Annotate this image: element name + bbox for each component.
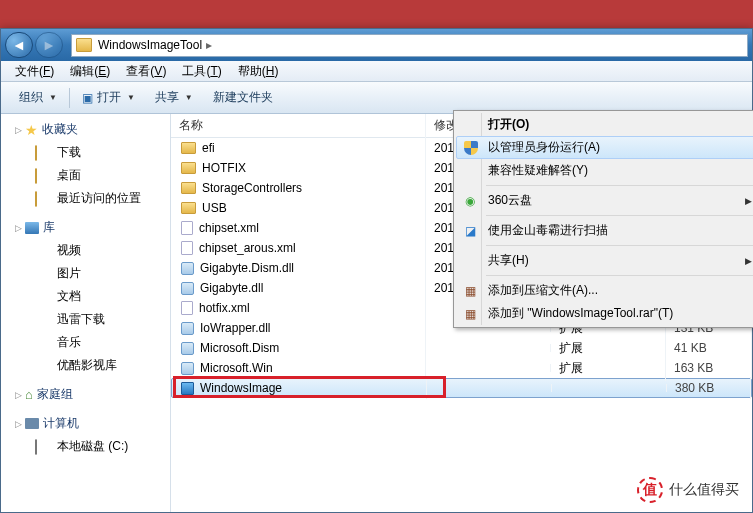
file-name: WindowsImage bbox=[200, 381, 282, 395]
file-type: 扩展 bbox=[551, 356, 666, 381]
sidebar-item[interactable]: 视频 bbox=[1, 239, 170, 262]
dll-icon bbox=[181, 342, 194, 355]
chevron-right-icon: ▶ bbox=[745, 256, 752, 266]
file-name: HOTFIX bbox=[202, 161, 246, 175]
nav-back-button[interactable]: ◄ bbox=[5, 32, 33, 58]
ctx-open[interactable]: 打开(O) bbox=[456, 113, 753, 136]
organize-button[interactable]: 组织▼ bbox=[9, 85, 67, 110]
file-date bbox=[426, 344, 551, 352]
watermark-logo: 值 bbox=[637, 477, 663, 503]
menu-h[interactable]: 帮助(H) bbox=[230, 61, 287, 82]
file-name: IoWrapper.dll bbox=[200, 321, 270, 335]
explorer-window: ◄ ► WindowsImageTool ▸ 文件(F)编辑(E)查看(V)工具… bbox=[0, 28, 753, 513]
file-row[interactable]: Microsoft.Win扩展163 KB bbox=[171, 358, 752, 378]
menu-v[interactable]: 查看(V) bbox=[118, 61, 174, 82]
xml-icon bbox=[181, 301, 193, 315]
folder-icon bbox=[76, 38, 92, 52]
sidebar-item[interactable]: 本地磁盘 (C:) bbox=[1, 435, 170, 458]
nav-forward-button[interactable]: ► bbox=[35, 32, 63, 58]
watermark: 值 什么值得买 bbox=[629, 473, 747, 507]
sidebar-item[interactable]: 迅雷下载 bbox=[1, 308, 170, 331]
file-name: Gigabyte.Dism.dll bbox=[200, 261, 294, 275]
column-name[interactable]: 名称 bbox=[171, 114, 426, 137]
open-button[interactable]: ▣打开▼ bbox=[72, 85, 145, 110]
file-list-pane: 名称 修改日期 类型 大小 efi2016/1/20 18:20文件夹HOTFI… bbox=[171, 114, 752, 512]
ctx-add-archive[interactable]: ▦ 添加到压缩文件(A)... bbox=[456, 279, 753, 302]
file-size: 163 KB bbox=[666, 357, 752, 379]
sidebar-item[interactable]: 桌面 bbox=[1, 164, 170, 187]
titlebar: ◄ ► WindowsImageTool ▸ bbox=[1, 29, 752, 61]
archive-icon: ▦ bbox=[462, 283, 478, 299]
menu-bar: 文件(F)编辑(E)查看(V)工具(T)帮助(H) bbox=[1, 61, 752, 82]
file-name: Microsoft.Dism bbox=[200, 341, 279, 355]
share-button[interactable]: 共享▼ bbox=[145, 85, 203, 110]
new-folder-button[interactable]: 新建文件夹 bbox=[203, 85, 283, 110]
file-name: chipset_arous.xml bbox=[199, 241, 296, 255]
sidebar-group[interactable]: ▷★收藏夹 bbox=[1, 118, 170, 141]
chevron-down-icon: ▼ bbox=[185, 93, 193, 102]
sidebar-item[interactable]: 优酷影视库 bbox=[1, 354, 170, 377]
dll-icon bbox=[181, 322, 194, 335]
sidebar-group[interactable]: ▷库 bbox=[1, 216, 170, 239]
chevron-down-icon: ▼ bbox=[127, 93, 135, 102]
file-name: hotfix.xml bbox=[199, 301, 250, 315]
menu-t[interactable]: 工具(T) bbox=[174, 61, 229, 82]
fold-icon bbox=[181, 162, 196, 174]
navigation-pane: ▷★收藏夹下载桌面最近访问的位置▷库视频图片文档迅雷下载音乐优酷影视库▷⌂家庭组… bbox=[1, 114, 171, 512]
ctx-add-rar[interactable]: ▦ 添加到 "WindowsImageTool.rar"(T) bbox=[456, 302, 753, 325]
file-name: StorageControllers bbox=[202, 181, 302, 195]
sidebar-item[interactable]: 音乐 bbox=[1, 331, 170, 354]
dll-icon bbox=[181, 262, 194, 275]
sidebar-item[interactable]: 最近访问的位置 bbox=[1, 187, 170, 210]
sidebar-item[interactable]: 下载 bbox=[1, 141, 170, 164]
cloud-icon: ◉ bbox=[462, 193, 478, 209]
context-menu: 打开(O) 以管理员身份运行(A) 兼容性疑难解答(Y) ◉ 360云盘 ▶ ◪… bbox=[453, 110, 753, 328]
ctx-troubleshoot[interactable]: 兼容性疑难解答(Y) bbox=[456, 159, 753, 182]
file-name: efi bbox=[202, 141, 215, 155]
ctx-share[interactable]: 共享(H) ▶ bbox=[456, 249, 753, 272]
shield-icon bbox=[463, 140, 479, 156]
ctx-run-as-admin[interactable]: 以管理员身份运行(A) bbox=[456, 136, 753, 159]
file-name: Microsoft.Win bbox=[200, 361, 273, 375]
file-name: Gigabyte.dll bbox=[200, 281, 263, 295]
address-bar[interactable]: WindowsImageTool ▸ bbox=[71, 34, 748, 57]
file-date bbox=[426, 364, 551, 372]
xml-icon bbox=[181, 241, 193, 255]
chevron-down-icon: ▼ bbox=[49, 93, 57, 102]
address-folder: WindowsImageTool bbox=[98, 38, 202, 52]
sidebar-group[interactable]: ▷计算机 bbox=[1, 412, 170, 435]
menu-f[interactable]: 文件(F) bbox=[7, 61, 62, 82]
chevron-right-icon: ▶ bbox=[745, 196, 752, 206]
dll-icon bbox=[181, 362, 194, 375]
ctx-jinshan-scan[interactable]: ◪ 使用金山毒霸进行扫描 bbox=[456, 219, 753, 242]
file-name: chipset.xml bbox=[199, 221, 259, 235]
scan-icon: ◪ bbox=[462, 223, 478, 239]
fold-icon bbox=[181, 142, 196, 154]
file-type bbox=[552, 384, 667, 392]
dll-icon bbox=[181, 282, 194, 295]
file-row[interactable]: WindowsImage380 KB bbox=[171, 378, 752, 398]
file-date bbox=[427, 384, 552, 392]
exe-icon bbox=[181, 382, 194, 395]
sidebar-item[interactable]: 文档 bbox=[1, 285, 170, 308]
fold-icon bbox=[181, 182, 196, 194]
file-name: USB bbox=[202, 201, 227, 215]
ctx-360-cloud[interactable]: ◉ 360云盘 ▶ bbox=[456, 189, 753, 212]
chevron-right-icon: ▸ bbox=[206, 38, 212, 52]
xml-icon bbox=[181, 221, 193, 235]
sidebar-group[interactable]: ▷⌂家庭组 bbox=[1, 383, 170, 406]
sidebar-item[interactable]: 图片 bbox=[1, 262, 170, 285]
fold-icon bbox=[181, 202, 196, 214]
file-size: 380 KB bbox=[667, 377, 751, 399]
archive-icon: ▦ bbox=[462, 306, 478, 322]
menu-e[interactable]: 编辑(E) bbox=[62, 61, 118, 82]
file-size: 41 KB bbox=[666, 337, 752, 359]
